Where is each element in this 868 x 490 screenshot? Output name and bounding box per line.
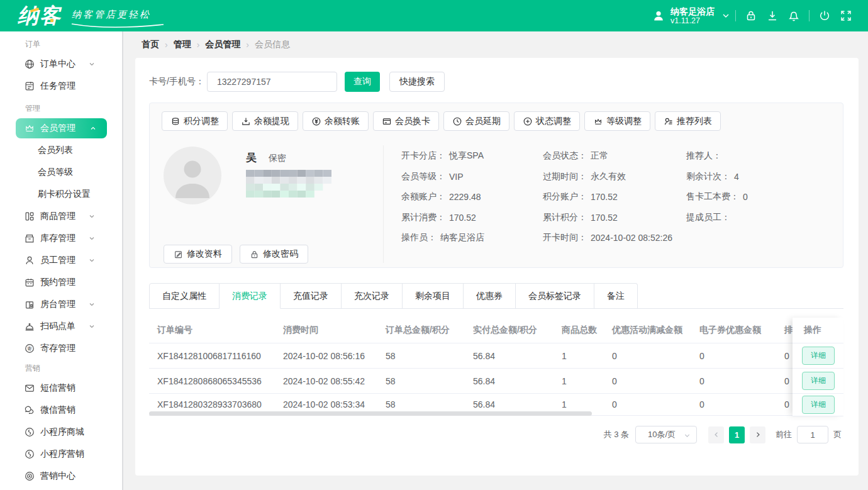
user-chip[interactable]: 纳客足浴店 v1.11.27: [652, 6, 731, 25]
action-button-状态调整[interactable]: 状态调整: [514, 111, 580, 131]
member-info-row: 开卡分店：悦享SPA: [401, 146, 484, 167]
cloche-icon: [24, 321, 35, 332]
tab-消费记录[interactable]: 消费记录: [220, 283, 281, 309]
detail-button[interactable]: 详细: [802, 396, 835, 414]
sidebar-subitem-会员等级[interactable]: 会员等级: [0, 161, 122, 183]
header-divider: [809, 10, 810, 21]
edit-password-button[interactable]: 修改密码: [240, 245, 308, 264]
table-cell: 0: [693, 351, 778, 361]
prev-page-button[interactable]: [708, 426, 724, 443]
breadcrumb-item-4: 会员信息: [255, 39, 290, 50]
sidebar-item-短信营销[interactable]: 短信营销: [0, 377, 122, 399]
sidebar-item-预约管理[interactable]: 预约管理: [0, 271, 122, 293]
miniapp-icon: [24, 426, 35, 438]
coins-icon: [170, 116, 181, 126]
breadcrumb-item-1[interactable]: 首页: [142, 39, 159, 50]
target-icon: [24, 471, 35, 482]
tab-备注[interactable]: 备注: [594, 283, 638, 309]
search-input[interactable]: [207, 72, 337, 92]
table-header-cell: 实付总金额/积分: [467, 325, 555, 336]
tab-充值记录[interactable]: 充值记录: [281, 283, 342, 309]
mail-icon: [24, 382, 35, 394]
action-button-余额提现[interactable]: 余额提现: [232, 111, 298, 131]
edit-profile-button[interactable]: 修改资料: [164, 245, 232, 264]
table-row: XF18412808680653455362024-10-02 08:55:42…: [149, 368, 843, 393]
sidebar-item-小程序商城[interactable]: 小程序商城: [0, 421, 122, 443]
info-divider: [383, 145, 384, 263]
level-icon: [593, 116, 603, 126]
breadcrumb: 首页›管理›会员管理›会员信息: [125, 31, 868, 58]
content-card: 卡号/手机号： 查询 快捷搜索 积分调整余额提现余额转账会员换卡会员延期状态调整…: [135, 58, 859, 476]
tab-剩余项目[interactable]: 剩余项目: [403, 283, 464, 309]
sidebar-item-房台管理[interactable]: 房台管理: [0, 293, 122, 315]
horizontal-scrollbar[interactable]: [149, 411, 592, 416]
tab-会员标签记录[interactable]: 会员标签记录: [516, 283, 594, 309]
logo-accent-dot: [50, 19, 53, 22]
room-icon: [24, 299, 35, 310]
breadcrumb-item-3[interactable]: 会员管理: [205, 39, 240, 50]
chevron-down-icon: [721, 11, 731, 21]
sidebar-item-任务管理[interactable]: 任务管理: [0, 75, 122, 97]
power-icon[interactable]: [818, 9, 832, 23]
action-button-积分调整[interactable]: 积分调整: [162, 111, 228, 131]
download-icon[interactable]: [765, 9, 779, 23]
member-info-row: 积分账户：170.52: [543, 187, 672, 208]
action-button-余额转账[interactable]: 余额转账: [303, 111, 369, 131]
sidebar-item-小程序营销[interactable]: 小程序营销: [0, 443, 122, 465]
task-icon: [24, 81, 35, 92]
table-header-cell: 商品总数: [555, 325, 606, 336]
table-cell: 1: [555, 376, 606, 386]
sidebar-item-订单中心[interactable]: 订单中心: [0, 53, 122, 75]
quick-search-button[interactable]: 快捷搜索: [389, 72, 445, 92]
table-header-cell: 优惠活动满减金额: [606, 325, 693, 336]
detail-button[interactable]: 详细: [802, 347, 835, 365]
bell-icon[interactable]: [787, 9, 801, 23]
sidebar-item-寄存管理[interactable]: 寄寄存管理: [0, 337, 122, 359]
sidebar-item-微信营销[interactable]: 微信营销: [0, 399, 122, 421]
sidebar-subitem-会员列表[interactable]: 会员列表: [0, 139, 122, 161]
sidebar-subitem-刷卡积分设置[interactable]: 刷卡积分设置: [0, 183, 122, 205]
member-info-row: 推荐人：: [686, 146, 748, 167]
page-1-button[interactable]: 1: [729, 426, 745, 443]
goto-label: 前往: [776, 429, 792, 440]
action-button-会员延期[interactable]: 会员延期: [443, 111, 509, 131]
sidebar-item-会员管理[interactable]: 会员管理: [16, 118, 107, 138]
table-cell: 0: [778, 376, 793, 386]
chevron-up-icon: [89, 125, 97, 132]
pagination: 共 3 条 10条/页 1 前往 页: [604, 426, 842, 443]
table-cell: XF1841281006817116160: [149, 351, 277, 361]
table-header-operation: 操作: [793, 318, 843, 343]
page-size-select[interactable]: 10条/页: [635, 426, 697, 443]
fullscreen-icon[interactable]: [839, 9, 853, 23]
tab-充次记录[interactable]: 充次记录: [342, 283, 403, 309]
sidebar-section-label: 营销: [0, 359, 122, 377]
breadcrumb-item-2[interactable]: 管理: [174, 39, 191, 50]
action-button-等级调整[interactable]: 等级调整: [584, 111, 650, 131]
tab-自定义属性[interactable]: 自定义属性: [149, 283, 220, 309]
sidebar-item-商品管理[interactable]: 商品管理: [0, 205, 122, 227]
sidebar-item-库存管理[interactable]: 库存管理: [0, 227, 122, 249]
chevron-down-icon: [88, 235, 96, 242]
member-info-row: 会员状态：正常: [543, 146, 672, 167]
sidebar-item-营销中心[interactable]: 营销中心: [0, 465, 122, 487]
crown-icon: [24, 123, 35, 134]
lock-icon[interactable]: [744, 9, 758, 23]
query-button[interactable]: 查询: [345, 72, 380, 92]
action-button-推荐列表[interactable]: 推荐列表: [655, 111, 721, 131]
member-info-row: 累计积分：170.52: [543, 208, 672, 228]
action-button-会员换卡[interactable]: 会员换卡: [373, 111, 439, 131]
next-page-button[interactable]: [750, 426, 765, 443]
sidebar-item-员工管理[interactable]: 员工管理: [0, 249, 122, 271]
globe-icon: [24, 58, 35, 70]
clock-icon: [452, 116, 462, 126]
goto-page-input[interactable]: [797, 426, 828, 443]
table-cell: 0: [606, 351, 693, 361]
sidebar-item-扫码点单[interactable]: 扫码点单: [0, 315, 122, 337]
member-info-row: 会员等级：VIP: [401, 167, 484, 187]
slogan-text: 纳客管店更轻松: [72, 9, 151, 19]
tab-优惠券[interactable]: 优惠券: [464, 283, 516, 309]
detail-button[interactable]: 详细: [802, 372, 835, 390]
member-actions: 积分调整余额提现余额转账会员换卡会员延期状态调整等级调整推荐列表: [162, 111, 725, 131]
table-cell: 2024-10-02 08:53:34: [277, 399, 379, 409]
table-cell: 0: [606, 376, 693, 386]
